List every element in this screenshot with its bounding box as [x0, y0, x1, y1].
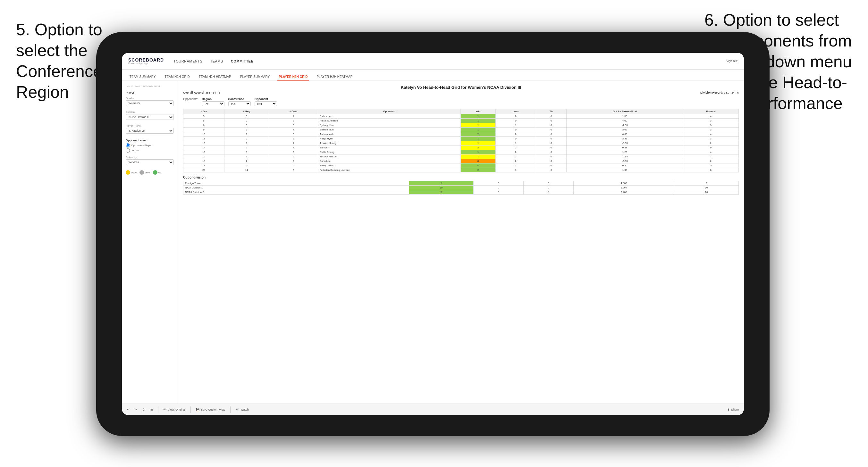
- filter-row: Opponents: Region (All) Conference (All): [183, 97, 739, 106]
- th-tie: Tie: [536, 109, 566, 114]
- toolbar-history[interactable]: ⏱: [143, 408, 145, 411]
- table-cell: 0: [536, 123, 566, 128]
- sidebar-gender-label: Gender: [126, 97, 174, 100]
- table-cell: 6: [683, 168, 739, 173]
- table-row: 331Esther Lee1001.504: [183, 114, 739, 119]
- sidebar-player-section: Player Gender Women's Division NCAA Divi…: [126, 91, 174, 135]
- table-cell: 1: [269, 141, 318, 146]
- toolbar-view-original[interactable]: 👁 View: Original: [163, 408, 185, 411]
- filter-opponent: Opponent (All): [255, 97, 277, 106]
- sidebar-colour-select[interactable]: Win/loss: [126, 159, 174, 165]
- table-cell: 0: [495, 150, 536, 155]
- table-cell: 4: [683, 114, 739, 119]
- th-diff: Diff Av Strokes/Rnd: [566, 109, 683, 114]
- toolbar-sep-2: [190, 406, 191, 413]
- table-cell: 2: [224, 159, 269, 163]
- table-cell: 0: [536, 159, 566, 163]
- sidebar-opponent-played[interactable]: Opponents Played: [126, 143, 174, 148]
- main-table: # Div # Reg # Conf Opponent Win Loss Tie…: [183, 108, 739, 173]
- opponents-label: Opponents:: [183, 97, 198, 101]
- toolbar-filter[interactable]: ⊞: [150, 408, 153, 411]
- filter-conference-title: Conference: [228, 97, 251, 101]
- table-cell: 0: [536, 146, 566, 150]
- sub-nav-team-h2h-heatmap[interactable]: TEAM H2H HEATMAP: [197, 73, 232, 81]
- toolbar-share[interactable]: ⬆ Share: [727, 408, 739, 411]
- table-cell: 14: [183, 146, 224, 150]
- table-cell: 0: [536, 132, 566, 136]
- table-cell: 0: [536, 114, 566, 119]
- table-cell: Federica Domecq Lacroze: [318, 168, 461, 173]
- ood-table-cell: 30: [674, 186, 739, 190]
- nav-teams[interactable]: TEAMS: [210, 58, 223, 64]
- logo-sub: Powered by clippd: [128, 62, 164, 65]
- sidebar-division-select[interactable]: NCAA Division III: [126, 114, 174, 120]
- table-cell: 1: [269, 114, 318, 119]
- division-record: Division Record: 331 - 34 - 6: [700, 91, 739, 94]
- toolbar-redo[interactable]: ↪: [135, 408, 137, 411]
- table-cell: 3: [224, 155, 269, 159]
- table-cell: Jessica Mason: [318, 155, 461, 159]
- sub-nav-player-summary[interactable]: PLAYER SUMMARY: [239, 73, 271, 81]
- ood-table-cell: 15: [409, 186, 474, 190]
- table-cell: 1: [461, 155, 496, 159]
- ood-table-cell: 0: [524, 190, 574, 194]
- sub-nav-player-h2h-heatmap[interactable]: PLAYER H2H HEATMAP: [315, 73, 354, 81]
- table-cell: 18: [183, 159, 224, 163]
- sign-out-link[interactable]: Sign out: [725, 59, 738, 63]
- table-row: 20117Federica Domecq Lacroze2101.336: [183, 168, 739, 173]
- filter-opponent-title: Opponent: [255, 97, 277, 101]
- nav-committee[interactable]: COMMITTEE: [231, 58, 254, 64]
- logo-area: SCOREBOARD Powered by clippd: [128, 58, 164, 65]
- sidebar-opponent-view-title: Opponent view: [126, 139, 174, 142]
- table-cell: 2: [269, 119, 318, 123]
- table-cell: 5: [269, 150, 318, 155]
- filter-opponent-select[interactable]: (All): [255, 101, 277, 106]
- table-cell: 1: [495, 123, 536, 128]
- table-cell: 10: [183, 132, 224, 136]
- toolbar-watch[interactable]: 👀 Watch: [236, 408, 248, 411]
- nav-tournaments[interactable]: TOURNAMENTS: [174, 58, 202, 64]
- table-cell: 0: [536, 168, 566, 173]
- table-cell: 7: [269, 168, 318, 173]
- record-row: Overall Record: 353 - 34 - 6 Division Re…: [183, 91, 739, 94]
- table-cell: 4.00: [566, 132, 683, 136]
- sub-nav-player-h2h-grid[interactable]: PLAYER H2H GRID: [277, 73, 309, 81]
- table-cell: 0: [495, 119, 536, 123]
- table-cell: 2: [461, 146, 496, 150]
- tablet: SCOREBOARD Powered by clippd TOURNAMENTS…: [96, 32, 770, 436]
- th-div: # Div: [183, 109, 224, 114]
- table-cell: 1: [461, 150, 496, 155]
- table-cell: 3.67: [566, 128, 683, 132]
- sub-nav-team-h2h-grid[interactable]: TEAM H2H GRID: [163, 73, 191, 81]
- table-cell: 3: [683, 136, 739, 141]
- sidebar-gender-select[interactable]: Women's: [126, 100, 174, 106]
- table-cell: Sydney Kuo: [318, 123, 461, 128]
- table-cell: 0: [536, 128, 566, 132]
- th-loss: Loss: [495, 109, 536, 114]
- table-row: 19106Emily Chang4100.3011: [183, 163, 739, 168]
- filter-conference-select[interactable]: (All): [228, 101, 251, 106]
- toolbar-undo[interactable]: ↩: [127, 408, 129, 411]
- table-cell: 4: [269, 146, 318, 150]
- data-area: Katelyn Vo Head-to-Head Grid for Women's…: [178, 81, 744, 404]
- nav-right: Sign out: [725, 59, 738, 63]
- table-cell: 2: [224, 119, 269, 123]
- table-cell: 2: [495, 159, 536, 163]
- sub-nav-team-summary[interactable]: TEAM SUMMARY: [128, 73, 157, 81]
- sidebar-opponent-section: Opponent view Opponents Played Top 100: [126, 139, 174, 153]
- sidebar-player-rank-select[interactable]: 8. Katelyn Vo: [126, 128, 174, 134]
- color-level: [140, 170, 144, 175]
- ood-table-cell: 1: [409, 181, 474, 186]
- table-row: 1636Jessica Mason120-0.947: [183, 155, 739, 159]
- toolbar-save-custom[interactable]: 💾 Save Custom View: [196, 408, 225, 411]
- ood-table-cell: 10: [674, 190, 739, 194]
- sidebar-top100[interactable]: Top 100: [126, 148, 174, 153]
- logo-text: SCOREBOARD: [128, 58, 164, 62]
- th-rounds: Rounds: [683, 109, 739, 114]
- table-cell: 2: [269, 159, 318, 163]
- table-cell: Esther Lee: [318, 114, 461, 119]
- report-title: Katelyn Vo Head-to-Head Grid for Women's…: [183, 85, 739, 90]
- table-cell: Emily Chang: [318, 163, 461, 168]
- table-cell: 0.30: [566, 163, 683, 168]
- filter-region-select[interactable]: (All): [202, 101, 224, 106]
